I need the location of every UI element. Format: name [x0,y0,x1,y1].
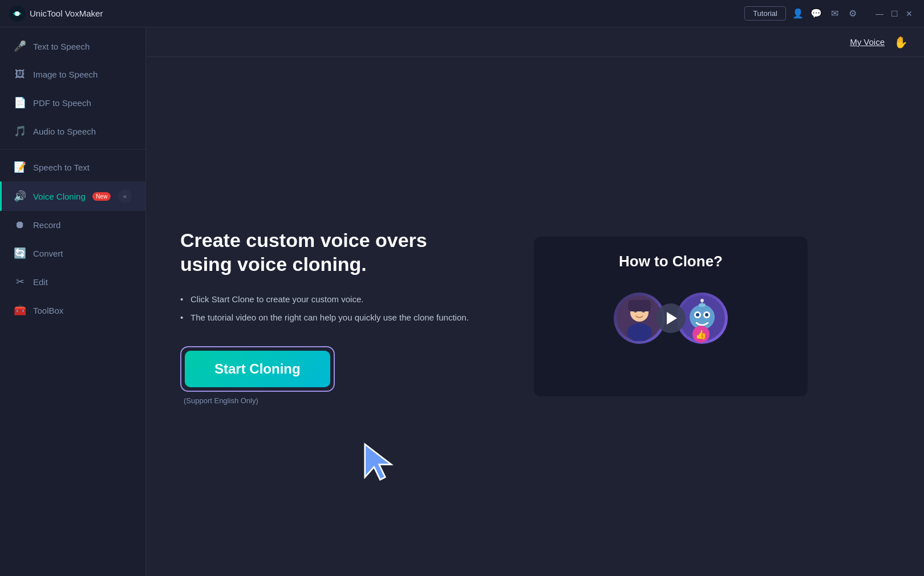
voice-cloning-icon: 🔊 [14,190,26,202]
video-title: How to Clone? [619,253,723,270]
pdf-to-speech-icon: 📄 [14,96,26,109]
left-panel: Create custom voice oversusing voice clo… [180,228,500,405]
user-icon[interactable]: 👤 [792,7,804,20]
sidebar-label-toolbox: ToolBox [33,306,63,315]
titlebar-right: Tutorial 👤 💬 ✉ ⚙ — ☐ ✕ [744,6,915,21]
sidebar-label-record: Record [33,220,60,230]
new-badge: New [92,192,111,201]
svg-point-14 [705,313,708,317]
close-button[interactable]: ✕ [903,8,915,19]
tutorial-button[interactable]: Tutorial [744,6,786,21]
play-button[interactable] [656,303,686,333]
sidebar-item-record[interactable]: ⏺ Record [0,211,145,239]
voice-settings-icon[interactable]: ✋ [894,35,908,49]
like-badge: 👍 [692,326,710,343]
video-avatars: 👍 [545,284,796,352]
sidebar-item-audio-to-speech[interactable]: 🎵 Audio to Speech [0,117,145,145]
record-icon: ⏺ [14,219,26,231]
svg-rect-15 [699,303,706,307]
sidebar-label-voice-cloning: Voice Cloning [33,192,86,201]
svg-point-17 [700,299,704,302]
bullet-item-2: The tutorial video on the right can help… [180,311,500,324]
sidebar-item-pdf-to-speech[interactable]: 📄 PDF to Speech [0,88,145,117]
mail-icon[interactable]: ✉ [828,7,841,20]
toolbox-icon: 🧰 [14,304,26,317]
video-inner: How to Clone? [534,237,808,364]
app-title: UnicTool VoxMaker [30,9,103,18]
start-cloning-button[interactable]: Start Cloning [185,351,330,387]
svg-rect-8 [628,300,651,311]
discord-icon[interactable]: 💬 [810,7,822,20]
window-controls: — ☐ ✕ [874,8,915,19]
collapse-button[interactable]: « [118,189,132,203]
svg-marker-2 [364,444,391,479]
app-body: 🎤 Text to Speech 🖼 Image to Speech 📄 PDF… [0,27,924,576]
convert-icon: 🔄 [14,247,26,259]
maximize-button[interactable]: ☐ [889,8,900,19]
sidebar: 🎤 Text to Speech 🖼 Image to Speech 📄 PDF… [0,27,146,576]
svg-point-13 [696,313,699,317]
btn-outer-border: Start Cloning [180,346,335,392]
sidebar-item-image-to-speech[interactable]: 🖼 Image to Speech [0,60,145,88]
content-area: Create custom voice oversusing voice clo… [146,57,924,576]
sidebar-item-convert[interactable]: 🔄 Convert [0,239,145,267]
sidebar-item-text-to-speech[interactable]: 🎤 Text to Speech [0,32,145,60]
sidebar-item-toolbox[interactable]: 🧰 ToolBox [0,296,145,324]
sidebar-item-voice-cloning[interactable]: 🔊 Voice Cloning New « [0,181,145,211]
sidebar-label-image-to-speech: Image to Speech [33,70,98,79]
sidebar-divider [0,149,145,149]
minimize-button[interactable]: — [874,8,885,19]
sidebar-label-audio-to-speech: Audio to Speech [33,127,96,136]
bullet-item-1: Click Start Clone to create your custom … [180,293,500,306]
svg-point-5 [627,323,652,341]
titlebar: UnicTool VoxMaker Tutorial 👤 💬 ✉ ⚙ — ☐ ✕ [0,0,924,27]
topbar: My Voice ✋ [146,27,924,57]
sidebar-label-pdf-to-speech: PDF to Speech [33,98,91,108]
app-logo: UnicTool VoxMaker [9,6,103,22]
main-content: My Voice ✋ Create custom voice oversusin… [146,27,924,576]
settings-icon[interactable]: ⚙ [846,7,859,20]
my-voice-link[interactable]: My Voice [850,37,885,47]
sidebar-label-convert: Convert [33,249,63,258]
sidebar-item-edit[interactable]: ✂ Edit [0,267,145,296]
text-to-speech-icon: 🎤 [14,40,26,52]
support-text: (Support English Only) [180,396,335,405]
feature-list: Click Start Clone to create your custom … [180,293,500,324]
play-triangle-icon [667,312,677,324]
video-panel: How to Clone? [534,237,808,396]
svg-point-1 [15,11,19,16]
sidebar-label-text-to-speech: Text to Speech [33,42,90,51]
sidebar-label-edit: Edit [33,277,48,287]
image-to-speech-icon: 🖼 [14,68,26,80]
speech-to-text-icon: 📝 [14,161,26,173]
start-cloning-wrapper: Start Cloning (Support English Only) [180,346,335,405]
audio-to-speech-icon: 🎵 [14,125,26,137]
edit-icon: ✂ [14,275,26,288]
sidebar-label-speech-to-text: Speech to Text [33,163,90,172]
sidebar-item-speech-to-text[interactable]: 📝 Speech to Text [0,153,145,181]
page-headline: Create custom voice oversusing voice clo… [180,228,500,277]
